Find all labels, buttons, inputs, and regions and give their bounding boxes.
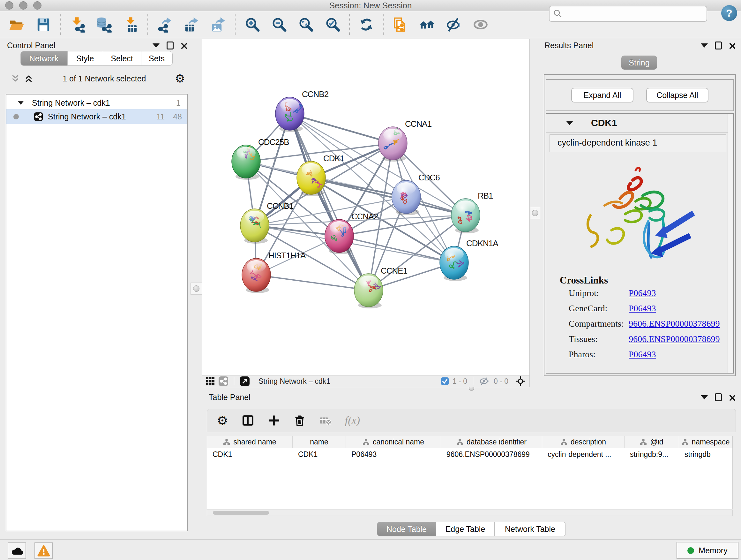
crosslink-value-link[interactable]: P06493 bbox=[629, 349, 656, 360]
network-tree-item-row[interactable]: String Network – cdk1 11 48 bbox=[6, 109, 187, 124]
network-tree-root-row[interactable]: String Network – cdk1 1 bbox=[6, 97, 187, 109]
column-header-name[interactable]: name bbox=[293, 436, 346, 448]
results-menu-icon[interactable] bbox=[701, 44, 708, 48]
crosslink-value-link[interactable]: P06493 bbox=[629, 303, 656, 314]
tab-edge-table[interactable]: Edge Table bbox=[436, 522, 495, 537]
tab-sets[interactable]: Sets bbox=[141, 51, 173, 66]
network-edge[interactable] bbox=[290, 114, 368, 290]
save-session-button[interactable] bbox=[34, 15, 53, 34]
network-node-hist1h1a[interactable]: HIST1H1A bbox=[242, 251, 306, 293]
results-float-icon[interactable] bbox=[715, 42, 722, 50]
crosslink-value-link[interactable]: P06493 bbox=[629, 288, 656, 298]
crosslink-value-link[interactable]: 9606.ENSP00000378699 bbox=[629, 334, 720, 344]
grid-view-icon[interactable] bbox=[206, 377, 215, 386]
zoom-fit-content-button[interactable] bbox=[296, 15, 315, 34]
show-all-button[interactable] bbox=[471, 15, 490, 34]
network-edge[interactable] bbox=[256, 275, 368, 290]
shared-column-icon bbox=[223, 439, 230, 445]
delete-column-trash-icon[interactable] bbox=[293, 414, 306, 427]
panel-menu-icon[interactable] bbox=[152, 44, 159, 48]
zoom-in-button[interactable] bbox=[243, 15, 261, 34]
show-columns-icon[interactable] bbox=[241, 414, 255, 428]
tab-string[interactable]: String bbox=[621, 56, 657, 70]
tab-select[interactable]: Select bbox=[103, 51, 141, 66]
export-image-button[interactable] bbox=[209, 15, 227, 34]
fit-selected-crosshair-icon[interactable] bbox=[515, 376, 526, 386]
table-menu-icon[interactable] bbox=[701, 395, 708, 399]
zoom-out-button[interactable] bbox=[270, 15, 288, 34]
collapse-all-button[interactable]: Collapse All bbox=[646, 88, 709, 103]
network-node-cdkn1a[interactable]: CDKN1A bbox=[440, 239, 498, 281]
add-column-icon[interactable] bbox=[268, 414, 280, 427]
left-splitter-handle[interactable] bbox=[191, 283, 202, 295]
column-header-description[interactable]: description bbox=[542, 436, 624, 448]
tab-network[interactable]: Network bbox=[20, 51, 68, 66]
network-share-icon[interactable] bbox=[219, 376, 228, 386]
tab-network-table[interactable]: Network Table bbox=[495, 522, 566, 537]
tab-node-table[interactable]: Node Table bbox=[377, 522, 436, 537]
expand-all-icon[interactable] bbox=[23, 74, 34, 83]
show-all-icon bbox=[473, 17, 488, 33]
table-close-icon[interactable] bbox=[729, 394, 735, 401]
selected-checkbox-icon[interactable] bbox=[441, 377, 449, 385]
table-hscrollbar-thumb[interactable] bbox=[213, 511, 269, 515]
table-hscrollbar[interactable] bbox=[207, 509, 733, 516]
column-header-namespace[interactable]: namespace bbox=[679, 436, 732, 448]
panel-float-icon[interactable] bbox=[166, 42, 174, 50]
open-session-button[interactable] bbox=[7, 15, 26, 34]
hide-selected-button[interactable] bbox=[445, 15, 463, 34]
network-edge[interactable] bbox=[311, 178, 466, 215]
network-options-gear-icon[interactable]: ⚙ bbox=[175, 72, 185, 85]
network-node-cdc6[interactable]: CDC6 bbox=[392, 173, 440, 215]
duplicate-network-button[interactable] bbox=[391, 15, 409, 34]
table-row[interactable]: CDK1CDK1P064939606.ENSP00000378699cyclin… bbox=[207, 448, 732, 460]
warnings-button[interactable] bbox=[35, 543, 53, 559]
entry-collapse-icon[interactable] bbox=[566, 121, 573, 125]
panel-close-icon[interactable] bbox=[181, 43, 187, 49]
function-builder-icon[interactable]: f(x) bbox=[345, 415, 360, 427]
network-edge[interactable] bbox=[339, 236, 454, 263]
right-splitter-handle[interactable] bbox=[530, 207, 540, 219]
delete-table-icon[interactable] bbox=[319, 414, 332, 427]
birdseye-view-icon[interactable] bbox=[240, 376, 250, 386]
column-header-id[interactable]: @id bbox=[624, 436, 679, 448]
help-button[interactable]: ? bbox=[721, 5, 737, 21]
network-node-ccne1[interactable]: CCNE1 bbox=[354, 266, 408, 308]
network-node-cdk1[interactable]: CDK1 bbox=[297, 153, 344, 196]
tab-style[interactable]: Style bbox=[68, 51, 103, 66]
results-scrollbar[interactable] bbox=[728, 114, 733, 373]
apply-layout-button[interactable] bbox=[357, 15, 376, 34]
results-close-icon[interactable] bbox=[729, 43, 735, 49]
import-network-database-button[interactable] bbox=[95, 15, 113, 34]
expand-all-button[interactable]: Expand All bbox=[571, 88, 633, 103]
column-header-database-identifier[interactable]: database identifier bbox=[441, 436, 542, 448]
hidden-eye-icon[interactable] bbox=[479, 377, 489, 385]
tree-expand-icon[interactable] bbox=[18, 101, 23, 105]
network-graph[interactable]: CCNB2CCNA1CDC25BCDK1CDC6RB1CCNB1CCNA2CDK… bbox=[202, 39, 529, 376]
network-node-ccna2[interactable]: CCNA2 bbox=[325, 212, 378, 254]
table-float-icon[interactable] bbox=[715, 393, 722, 401]
column-header-shared-name[interactable]: shared name bbox=[207, 436, 293, 448]
collapse-all-icon[interactable] bbox=[10, 74, 20, 83]
table-cell: 9606.ENSP00000378699 bbox=[441, 448, 542, 460]
memory-button[interactable]: Memory bbox=[677, 542, 738, 559]
zoom-selected-button[interactable] bbox=[323, 15, 342, 34]
first-neighbors-button[interactable] bbox=[418, 15, 436, 34]
cloud-status-button[interactable] bbox=[8, 543, 26, 559]
network-node-rb1[interactable]: RB1 bbox=[451, 191, 493, 233]
search-input[interactable] bbox=[565, 7, 706, 20]
network-canvas[interactable]: CCNB2CCNA1CDC25BCDK1CDC6RB1CCNB1CCNA2CDK… bbox=[202, 39, 529, 376]
crosslink-value-link[interactable]: 9606.ENSP00000378699 bbox=[629, 319, 720, 329]
crosslinks-list: Uniprot:P06493GeneCard:P06493Compartment… bbox=[546, 288, 733, 360]
column-header-canonical-name[interactable]: canonical name bbox=[346, 436, 441, 448]
search-box[interactable] bbox=[549, 6, 707, 22]
import-table-file-button[interactable] bbox=[122, 15, 140, 34]
table-settings-gear-icon[interactable]: ⚙ bbox=[217, 414, 228, 427]
export-network-button[interactable] bbox=[155, 15, 174, 34]
import-network-file-button[interactable] bbox=[68, 15, 86, 34]
export-table-button[interactable] bbox=[182, 15, 201, 34]
entry-header[interactable]: CDK1 bbox=[546, 114, 733, 132]
network-edge[interactable] bbox=[290, 114, 393, 143]
zoom-out-icon bbox=[271, 17, 287, 33]
network-node-ccnb2[interactable]: CCNB2 bbox=[275, 89, 329, 132]
